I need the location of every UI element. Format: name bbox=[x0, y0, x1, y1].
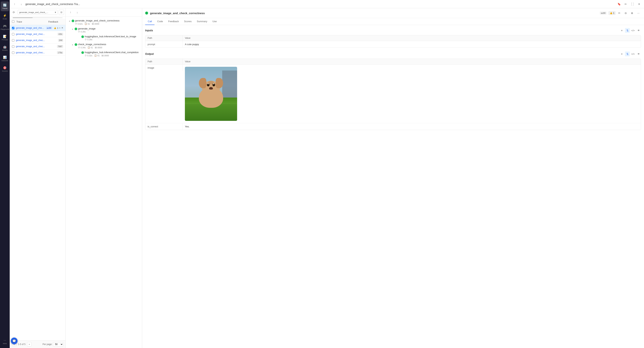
output-section-title: Output ≡ ⇅ </> 👁 bbox=[145, 52, 641, 56]
tab-use[interactable]: Use bbox=[210, 18, 220, 25]
traces-panel: ⟳ generate_image_and_check_corre... ▾ ⊟ … bbox=[10, 8, 66, 348]
trace-tree-toolbar: ↑ ↓ bbox=[66, 8, 142, 16]
sidebar-item-models[interactable]: 🤖 Models bbox=[1, 43, 9, 53]
scorers-icon: 🎯 bbox=[3, 66, 7, 70]
swap-view-button[interactable]: ⇅ bbox=[625, 52, 630, 56]
sidebar-item-more[interactable]: ··· More bbox=[1, 337, 9, 346]
table-row[interactable]: generate_image_and_chec... 43fc bbox=[10, 31, 66, 37]
zoom-in-button[interactable]: ⊕ bbox=[630, 10, 635, 16]
trace-badge: 178a bbox=[57, 51, 63, 54]
node-content-root: generate_image_and_check_correctness ⏱ 0… bbox=[75, 19, 140, 25]
page-title: generate_image_and_check_correctness Tra… bbox=[25, 2, 615, 6]
chat-icon: 💬 bbox=[12, 339, 16, 343]
list-view-button[interactable]: ≡ bbox=[619, 52, 624, 56]
sidebar-item-scorers[interactable]: 🎯 Scorers bbox=[1, 64, 9, 74]
node-content: huggingface_hub.InferenceClient.text_to_… bbox=[85, 35, 140, 41]
nav-down-button[interactable]: ↓ bbox=[19, 2, 24, 7]
table-row[interactable]: generate_image_and_chec... 7987 bbox=[10, 44, 66, 50]
refresh-button[interactable]: ⟳ bbox=[11, 10, 16, 15]
status-icon bbox=[74, 28, 77, 30]
collapse-toggle[interactable]: ▾ bbox=[71, 28, 74, 30]
sidebar-item-prompts[interactable]: 📝 Prompts bbox=[1, 33, 9, 42]
filter-button[interactable]: ⊟ bbox=[59, 10, 64, 15]
row-checkbox[interactable] bbox=[12, 52, 14, 54]
output-value-is-correct: Yes. bbox=[183, 123, 641, 130]
chat-bubble[interactable]: 💬 bbox=[11, 338, 18, 344]
tab-scores[interactable]: Scores bbox=[182, 18, 194, 25]
next-page-button[interactable]: › bbox=[27, 342, 32, 346]
list-view-button[interactable]: ≡ bbox=[619, 28, 624, 33]
inputs-table-header: Path Value bbox=[145, 35, 641, 41]
code-view-button[interactable]: </> bbox=[630, 52, 636, 56]
code-view-button[interactable]: </> bbox=[630, 28, 636, 33]
table-row[interactable]: generate_image_and_chec... 178a bbox=[10, 50, 66, 56]
node-meta: ⏱ 0.28s bbox=[85, 38, 140, 41]
table-row[interactable]: generate_image_and_chec... ac88 👍 1 ✏ ⚑ bbox=[10, 25, 66, 31]
row-checkbox[interactable] bbox=[12, 39, 14, 42]
close-button[interactable]: ✕ bbox=[636, 2, 642, 7]
node-name: huggingface_hub.InferenceClient.chat_com… bbox=[85, 51, 140, 54]
row-checkbox[interactable] bbox=[12, 45, 14, 48]
per-page-dropdown[interactable]: 50 25 100 bbox=[53, 342, 63, 346]
edit-feedback-icon[interactable]: ✏ bbox=[59, 27, 61, 29]
trace-name: generate_image_and_chec... bbox=[16, 51, 56, 54]
tab-call[interactable]: Call bbox=[145, 18, 154, 25]
status-icon bbox=[81, 36, 84, 38]
eye-button[interactable]: 👁 bbox=[636, 28, 641, 33]
tree-node-check-correctness[interactable]: ▾ check_image_correctness ⏱ 0.34s 📋 61 $… bbox=[66, 42, 142, 50]
edit-action-button[interactable]: ✏ bbox=[617, 10, 622, 16]
sidebar-item-label: Prompts bbox=[2, 39, 8, 41]
path-col-header: Path bbox=[145, 59, 183, 64]
eye-button[interactable]: 👁 bbox=[636, 52, 641, 56]
more-options-button[interactable]: ··· bbox=[636, 10, 641, 16]
tree-node-generate-image[interactable]: ▾ generate_image ⏱ 0.28s bbox=[66, 26, 142, 34]
swap-view-button[interactable]: ⇅ bbox=[625, 28, 630, 33]
sidebar-item-datasets[interactable]: 📊 Datasets bbox=[1, 54, 9, 64]
clock-icon: ⏱ bbox=[85, 54, 87, 57]
col-trace-header: Trace bbox=[16, 20, 47, 23]
pagination-info: 1-5 of 5 bbox=[18, 343, 26, 346]
node-content: huggingface_hub.InferenceClient.chat_com… bbox=[85, 51, 140, 57]
tree-node-chat-completion[interactable]: huggingface_hub.InferenceClient.chat_com… bbox=[66, 50, 142, 58]
sidebar-item-label: Models bbox=[2, 49, 8, 51]
clock-icon: ⏱ bbox=[78, 30, 80, 33]
trace-tree-panel: ↑ ↓ ▾ generate_image_and_check_correctne… bbox=[66, 8, 142, 348]
zoom-out-button[interactable]: ⊖ bbox=[623, 10, 628, 16]
sidebar-item-playground[interactable]: 🎮 Playground bbox=[1, 22, 9, 32]
row-checkbox[interactable] bbox=[12, 33, 14, 36]
node-content: check_image_correctness ⏱ 0.34s 📋 61 $0.… bbox=[78, 43, 140, 49]
tab-summary[interactable]: Summary bbox=[194, 18, 210, 25]
expand-button[interactable]: ⛶ bbox=[630, 2, 635, 7]
tree-node-root[interactable]: ▾ generate_image_and_check_correctness ⏱… bbox=[66, 18, 142, 26]
select-all-checkbox[interactable] bbox=[12, 20, 14, 23]
row-checkbox[interactable] bbox=[12, 27, 14, 29]
sidebar-item-label: Evals bbox=[3, 18, 7, 20]
sidebar-item-evals[interactable]: ⚡ Evals bbox=[1, 12, 9, 22]
nav-up-button[interactable]: ↑ bbox=[12, 2, 17, 7]
tab-feedback[interactable]: Feedback bbox=[166, 18, 181, 25]
token-icon: 📋 bbox=[88, 46, 90, 49]
scroll-thumb[interactable] bbox=[13, 17, 33, 18]
thumbs-up-count: 1 bbox=[613, 12, 614, 14]
flag-icon[interactable]: ⚑ bbox=[62, 27, 63, 29]
node-meta: ⏱ 0.62s 📋 61 $0.0000 bbox=[75, 22, 140, 25]
tree-down-button[interactable]: ↓ bbox=[74, 10, 80, 15]
traces-table: generate_image_and_chec... ac88 👍 1 ✏ ⚑ … bbox=[10, 25, 66, 340]
tree-up-button[interactable]: ↑ bbox=[68, 10, 73, 15]
collapse-toggle[interactable]: ▾ bbox=[71, 43, 74, 46]
edit-button[interactable]: ✏ bbox=[623, 2, 628, 7]
collapse-toggle[interactable]: ▾ bbox=[68, 20, 71, 22]
tab-code[interactable]: Code bbox=[154, 18, 166, 25]
trace-name: generate_image_and_chec... bbox=[16, 33, 56, 36]
table-row[interactable]: generate_image_and_chec... 2f4f bbox=[10, 37, 66, 44]
tree-node-text-to-image[interactable]: huggingface_hub.InferenceClient.text_to_… bbox=[66, 34, 142, 42]
token-icon: 📋 bbox=[94, 54, 97, 57]
thumbs-up-badge[interactable]: 👍 1 bbox=[608, 11, 616, 15]
trace-name: generate_image_and_chec... bbox=[16, 39, 56, 42]
trace-badge: 43fc bbox=[58, 33, 63, 36]
scroll-track bbox=[13, 17, 62, 18]
bookmark-button[interactable]: 🔖 bbox=[616, 2, 622, 7]
sidebar-item-traces[interactable]: 🔄 Traces bbox=[1, 2, 9, 11]
search-dropdown[interactable]: generate_image_and_check_corre... ▾ bbox=[18, 10, 58, 15]
datasets-icon: 📊 bbox=[3, 56, 7, 59]
